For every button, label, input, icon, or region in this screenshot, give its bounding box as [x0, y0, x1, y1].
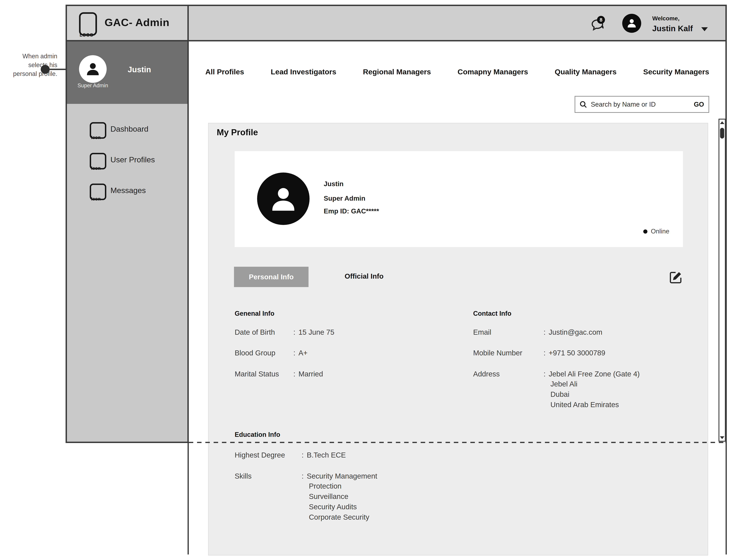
- tab-company-managers[interactable]: Comapny Managers: [458, 68, 528, 76]
- info-row-mobile-number: Mobile Number : +971 50 3000789: [473, 348, 605, 357]
- person-icon: [85, 60, 101, 78]
- fold-right-edge: [726, 443, 727, 554]
- field-label: Email: [473, 328, 544, 337]
- skill-line: Security Audits: [309, 503, 357, 511]
- icon-caption: Icon: [91, 196, 101, 202]
- fold-left-edge: [188, 443, 189, 554]
- profile-card-avatar: [257, 173, 310, 225]
- field-value: B.Tech ECE: [307, 451, 346, 460]
- header-user-avatar[interactable]: [622, 14, 641, 33]
- field-value: 15 June 75: [299, 328, 334, 337]
- field-value: Married: [299, 370, 323, 379]
- field-label: Blood Group: [235, 348, 293, 357]
- welcome-prefix: Welcome,: [652, 15, 680, 22]
- sidebar-profile-name: Justin: [128, 65, 151, 74]
- header-user-name: Justin Kalf: [652, 24, 693, 33]
- colon: :: [293, 328, 295, 337]
- sidebar-item-label: Dashboard: [110, 125, 148, 134]
- window-border-left: [66, 5, 67, 443]
- online-status-label: Online: [651, 228, 669, 235]
- contact-info-heading: Contact Info: [473, 310, 511, 317]
- address-line: United Arab Emirates: [550, 401, 619, 409]
- field-value: Security Management: [307, 472, 377, 481]
- scroll-down-arrow-icon[interactable]: [720, 436, 724, 439]
- field-label: Skills: [235, 472, 302, 481]
- sidebar-item-messages[interactable]: [67, 180, 187, 210]
- info-row-highest-degree: Highest Degree : B.Tech ECE: [235, 451, 346, 460]
- tab-all-profiles[interactable]: All Profiles: [205, 68, 244, 76]
- tab-regional-managers[interactable]: Regional Managers: [363, 68, 431, 76]
- skill-line: Corporate Security: [309, 513, 369, 521]
- search-icon: [579, 100, 587, 109]
- field-label: Date of Birth: [235, 328, 293, 337]
- icon-caption: Icon: [91, 135, 101, 140]
- field-value: Jebel Ali Free Zone (Gate 4): [549, 370, 640, 379]
- field-value: Justin@gac.com: [549, 328, 602, 337]
- person-icon: [268, 183, 299, 215]
- general-info-heading: Genenal Info: [235, 310, 274, 317]
- online-status-dot: [643, 229, 647, 234]
- search-go-button[interactable]: GO: [694, 101, 704, 108]
- address-line: Jebel Ali: [550, 380, 577, 388]
- search-bar: GO: [575, 96, 709, 113]
- sidebar-profile-role: Super Admin: [74, 82, 112, 89]
- sidebar-user-avatar[interactable]: [79, 55, 107, 83]
- colon: :: [302, 472, 304, 481]
- field-label: Highest Degree: [235, 451, 302, 460]
- search-input[interactable]: [590, 101, 681, 108]
- sidebar-item-user-profiles[interactable]: [67, 150, 187, 179]
- skill-line: Surveillance: [309, 492, 348, 501]
- icon-caption: Icon: [91, 166, 101, 171]
- address-line: Dubai: [550, 390, 569, 399]
- colon: :: [544, 328, 546, 337]
- header-bottom-border: [66, 40, 727, 41]
- sidebar-item-label: Messages: [110, 186, 146, 195]
- edit-pencil-icon: [668, 282, 683, 285]
- page-title: My Profile: [217, 127, 258, 137]
- field-label: Address: [473, 370, 544, 379]
- annotation-note: When admin selects his personal profile.: [4, 52, 57, 78]
- scrollbar-thumb[interactable]: [720, 128, 724, 139]
- info-row-marital-status: Marital Status : Married: [235, 370, 323, 379]
- info-row-email: Email : Justin@gac.com: [473, 328, 602, 337]
- sidebar-item-dashboard[interactable]: [67, 119, 187, 148]
- sidebar-item-label: User Profiles: [110, 155, 155, 164]
- logo-caption: LOGO: [77, 32, 96, 38]
- tab-lead-investigators[interactable]: Lead Investigators: [271, 68, 336, 76]
- window-border-top: [66, 5, 727, 6]
- person-icon: [626, 17, 637, 29]
- info-row-address: Address : Jebel Ali Free Zone (Gate 4): [473, 370, 640, 379]
- field-label: Mobile Number: [473, 348, 544, 357]
- notification-count-badge: 8: [597, 16, 605, 24]
- info-row-blood-group: Blood Group : A+: [235, 348, 307, 357]
- colon: :: [544, 348, 546, 357]
- tab-quality-managers[interactable]: Quality Managers: [555, 68, 617, 76]
- edit-profile-button[interactable]: [668, 270, 683, 285]
- scroll-up-arrow-icon[interactable]: [720, 121, 724, 124]
- page-fold-dashed-line: [189, 442, 725, 443]
- info-row-date-of-birth: Date of Birth : 15 June 75: [235, 328, 334, 337]
- skill-line: Protection: [309, 482, 341, 490]
- info-row-skills: Skills : Security Management: [235, 472, 377, 481]
- profile-filter-tabs: All Profiles Lead Investigators Regional…: [205, 64, 709, 79]
- tab-security-managers[interactable]: Security Managers: [643, 68, 709, 76]
- field-value: A+: [299, 348, 308, 357]
- app-title: GAC- Admin: [105, 16, 169, 28]
- profile-card-role: Super Admin: [324, 195, 365, 202]
- profile-card-emp-id: Emp ID: GAC*****: [324, 207, 379, 215]
- colon: :: [293, 348, 295, 357]
- chat-bubble-icon: [590, 31, 606, 34]
- field-value: +971 50 3000789: [549, 348, 605, 357]
- colon: :: [302, 451, 304, 460]
- logo-icon: [79, 12, 97, 36]
- scrollbar[interactable]: [719, 119, 726, 442]
- sidebar-bottom-border: [66, 442, 189, 443]
- user-menu-caret-icon[interactable]: [701, 27, 708, 31]
- colon: :: [293, 370, 295, 379]
- profile-card-name: Justin: [324, 180, 344, 188]
- colon: :: [544, 370, 546, 379]
- header-right-area: [189, 6, 725, 40]
- annotation-connector-dot: [41, 65, 50, 74]
- tab-personal-info[interactable]: Personal Info: [234, 267, 309, 287]
- tab-official-info[interactable]: Official Info: [336, 272, 392, 280]
